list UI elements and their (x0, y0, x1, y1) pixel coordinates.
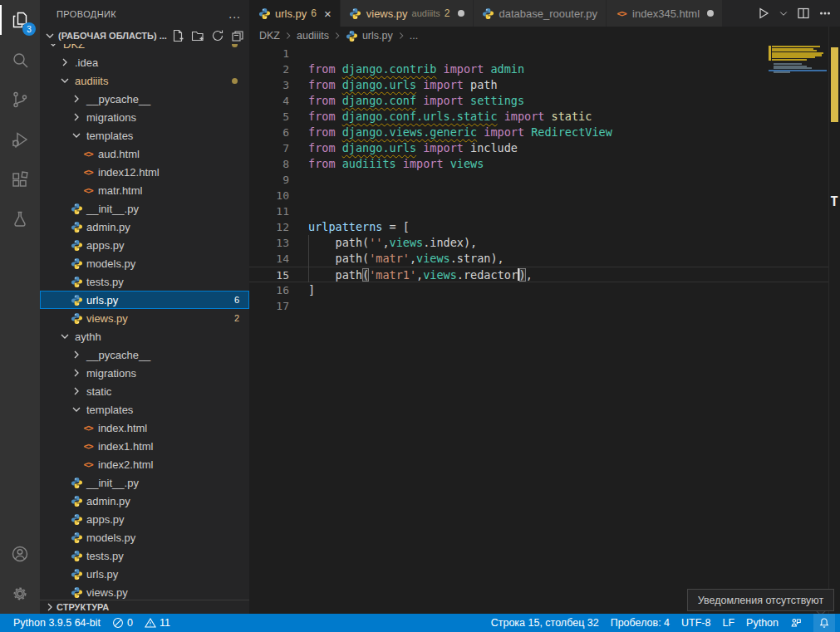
code-line-11[interactable]: 11 (249, 203, 840, 219)
tree-item-index2-html[interactable]: <>index2.html (40, 455, 249, 473)
tree-item-dkz[interactable]: DKZ (40, 44, 249, 53)
tree-item-migrations[interactable]: migrations (40, 108, 249, 126)
tree-item--pycache-[interactable]: __pycache__ (40, 345, 249, 364)
code-line-9[interactable]: 9 (249, 172, 840, 188)
tree-item-tests-py[interactable]: tests.py (40, 546, 249, 565)
status-cursor-position[interactable]: Строка 15, столбец 32 (491, 617, 599, 629)
code-line-1[interactable]: 1 (249, 46, 840, 61)
status-feedback[interactable] (790, 617, 802, 629)
activity-account-icon[interactable] (0, 534, 40, 574)
code-line-4[interactable]: 4from django.conf import settings (249, 93, 840, 109)
breadcrumb-item--[interactable]: ... (410, 30, 418, 42)
tree-item-templates[interactable]: templates (40, 400, 249, 419)
tab-urls-py[interactable]: urls.py6× (249, 0, 341, 27)
breadcrumb-item-urls-py[interactable]: urls.py (346, 29, 393, 42)
tree-item-models-py[interactable]: models.py (40, 528, 249, 546)
code-editor[interactable]: 12from django.contrib import admin3from … (249, 45, 840, 614)
html-icon: <> (81, 165, 95, 179)
activity-source-control-icon[interactable] (0, 80, 40, 120)
run-dropdown-chevron[interactable] (779, 7, 788, 20)
tree-item-views-py[interactable]: views.py (40, 583, 249, 600)
refresh-icon[interactable] (211, 29, 224, 42)
line-number: 11 (249, 203, 289, 219)
activity-search-icon[interactable] (0, 40, 40, 80)
tree-item-views-py[interactable]: views.py2 (40, 309, 249, 327)
minimap[interactable] (769, 46, 828, 295)
tree-item-static[interactable]: static (40, 382, 249, 400)
activity-extensions-icon[interactable] (0, 159, 40, 199)
status-indentation[interactable]: Пробелов: 4 (611, 617, 670, 629)
code-line-16[interactable]: 16] (249, 282, 840, 298)
tree-item-migrations[interactable]: migrations (40, 364, 249, 382)
breadcrumb-item-audiiits[interactable]: audiiits (297, 30, 329, 42)
outline-section-header[interactable]: СТРУКТУРА (40, 600, 249, 614)
tree-item-urls-py[interactable]: urls.py (40, 565, 249, 583)
collapse-all-icon[interactable] (231, 29, 244, 42)
workspace-section-header[interactable]: (РАБОЧАЯ ОБЛАСТЬ) ... (40, 27, 249, 44)
code-line-10[interactable]: 10 (249, 188, 840, 203)
activity-settings-gear-icon[interactable] (0, 574, 40, 614)
code-line-2[interactable]: 2from django.contrib import admin (249, 61, 840, 77)
code-line-5[interactable]: 5from django.conf.urls.static import sta… (249, 109, 840, 125)
run-button[interactable] (757, 7, 770, 20)
chevron-down-icon (58, 74, 71, 87)
breadcrumb-item-dkz[interactable]: DKZ (259, 30, 280, 42)
split-editor-button[interactable] (797, 7, 810, 20)
code-line-3[interactable]: 3from django.urls import path (249, 77, 840, 93)
python-icon (70, 202, 83, 215)
tree-item-index-html[interactable]: <>index.html (40, 419, 249, 437)
tree-item-audiiits[interactable]: audiiits (40, 71, 249, 90)
tab-database-roouter-py[interactable]: database_roouter.py (474, 0, 607, 27)
status-warning-count[interactable]: 11 (145, 617, 170, 629)
tree-item-index1-html[interactable]: <>index1.html (40, 437, 249, 455)
new-folder-icon[interactable] (191, 29, 204, 42)
tab-views-py[interactable]: views.pyaudiiits2 (341, 0, 474, 27)
line-number: 8 (249, 156, 289, 172)
tree-item-admin-py[interactable]: admin.py (40, 492, 249, 510)
code-line-8[interactable]: 8from audiiits import views (249, 156, 840, 172)
explorer-more-actions[interactable]: ... (228, 7, 241, 21)
tree-item-matr-html[interactable]: <>matr.html (40, 181, 249, 199)
code-line-12[interactable]: 12urlpatterns = [ (249, 219, 840, 235)
dirty-dot-icon[interactable] (458, 10, 464, 17)
tab-index345-html[interactable]: <>index345.html (607, 0, 723, 27)
status-eol[interactable]: LF (722, 617, 734, 629)
new-file-icon[interactable] (171, 29, 184, 42)
tree-item--init-py[interactable]: __init__.py (40, 473, 249, 492)
activity-testing-icon[interactable] (0, 199, 40, 239)
tree-item-apps-py[interactable]: apps.py (40, 236, 249, 254)
code-line-14[interactable]: 14 path('matr',views.stran), (249, 251, 840, 267)
explorer-badge: 3 (22, 22, 36, 36)
tree-item-templates[interactable]: templates (40, 126, 249, 145)
tree-item-urls-py[interactable]: urls.py6 (40, 291, 249, 309)
code-line-7[interactable]: 7from django.urls import include (249, 140, 840, 156)
tree-item-admin-py[interactable]: admin.py (40, 218, 249, 236)
tree-item-apps-py[interactable]: apps.py (40, 510, 249, 528)
tree-item-models-py[interactable]: models.py (40, 254, 249, 272)
dirty-dot-icon[interactable] (707, 10, 714, 17)
more-actions-button[interactable] (818, 7, 832, 20)
tree-item-tests-py[interactable]: tests.py (40, 272, 249, 291)
code-line-6[interactable]: 6from django.views.generic import Redire… (249, 125, 840, 140)
activity-files-icon[interactable]: 3 (0, 0, 40, 40)
status-notifications-bell[interactable] (813, 614, 835, 632)
tree-item-index12-html[interactable]: <>index12.html (40, 163, 249, 181)
close-icon[interactable]: × (324, 7, 332, 21)
notification-text: Уведомления отсутствуют (698, 595, 823, 606)
status-language-mode[interactable]: Python (746, 617, 779, 629)
editor-group: urls.py6×views.pyaudiiits2database_roout… (249, 0, 840, 614)
editor-scrollbar[interactable] (828, 27, 840, 614)
code-line-17[interactable]: 17 (249, 298, 840, 314)
chevron-down-icon (70, 403, 83, 416)
tree-item--idea[interactable]: .idea (40, 53, 249, 71)
tree-item--pycache-[interactable]: __pycache__ (40, 90, 249, 108)
tree-item-aythh[interactable]: aythh (40, 327, 249, 345)
code-line-15[interactable]: 15 path('matr1',views.redactor), (249, 267, 840, 282)
status-python-interpreter[interactable]: Python 3.9.5 64-bit (13, 617, 101, 629)
status-error-count[interactable]: 0 (112, 617, 133, 629)
status-encoding[interactable]: UTF-8 (681, 617, 710, 629)
activity-run-debug-icon[interactable] (0, 120, 40, 159)
tree-item--init-py[interactable]: __init__.py (40, 199, 249, 218)
code-line-13[interactable]: 13 path('',views.index), (249, 235, 840, 251)
tree-item-aud-html[interactable]: <>aud.html (40, 145, 249, 163)
